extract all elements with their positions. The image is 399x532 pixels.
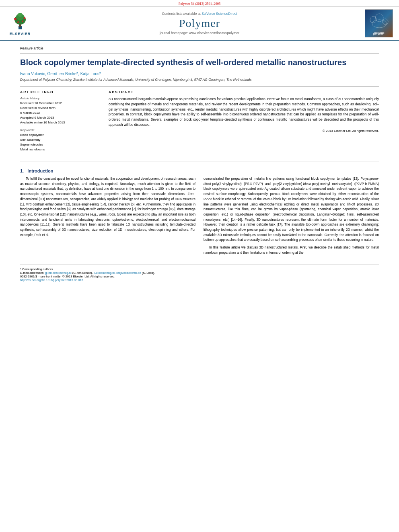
body-section: 1. Introduction To fulfill the constant …: [20, 168, 379, 258]
body-two-col: To fulfill the constant quest for novel …: [20, 177, 379, 258]
body-right-para-2: In this feature article we discuss 3D na…: [204, 245, 379, 255]
body-left-col: To fulfill the constant quest for novel …: [20, 177, 195, 258]
abstract-col: ABSTRACT 3D nanostructured inorganic mat…: [109, 90, 379, 155]
issn-line: 0032-3861/$ – see front matter © 2013 El…: [20, 275, 379, 278]
history-received-revised: Received in revised form: [20, 106, 101, 111]
svg-text:polymer: polymer: [374, 31, 385, 35]
abstract-text: 3D nanostructured inorganic materials ap…: [109, 97, 379, 127]
elsevier-tree-icon: [9, 11, 31, 31]
history-label: Article history:: [20, 97, 101, 100]
journal-homepage: journal homepage: www.elsevier.com/locat…: [160, 31, 239, 35]
svg-point-5: [14, 18, 16, 20]
email1-name: (G. ten Brinke),: [72, 271, 93, 275]
sciverse-line: Contents lists available at SciVerse Sci…: [162, 12, 237, 16]
history-revised-date: 5 March 2013: [20, 111, 101, 115]
polymer-cover-svg: polymer: [365, 10, 393, 37]
journal-citation-header: Polymer 54 (2013) 2591–2605: [0, 0, 399, 7]
journal-header: ELSEVIER Contents lists available at Sci…: [0, 7, 399, 41]
body-top-divider: [20, 162, 379, 162]
email2-name: (K. Loos).: [142, 271, 155, 275]
copyright-line: © 2013 Elsevier Ltd. All rights reserved…: [109, 129, 379, 133]
keywords-block: Keywords: Block copolymer Self-assembly …: [20, 128, 101, 152]
keywords-label: Keywords:: [20, 128, 101, 132]
polymer-cover-image: polymer: [365, 9, 393, 37]
abstract-label: ABSTRACT: [109, 90, 379, 94]
keyword-2: Self-assembly: [20, 138, 101, 142]
keyword-4: Metal nanofoams: [20, 147, 101, 152]
sciverse-text: Contents lists available at: [162, 12, 202, 16]
body-right-col: demonstrated the preparation of metallic…: [204, 177, 379, 258]
authors-text: Ivana Vukovic, Gerrit ten Brinke*, Katja…: [20, 72, 101, 76]
history-available: Available online 16 March 2013: [20, 120, 101, 125]
info-abstract-row: ARTICLE INFO Article history: Received 1…: [20, 90, 379, 155]
sciverse-link[interactable]: SciVerse ScienceDirect: [202, 12, 237, 16]
title-top-divider: [20, 53, 379, 54]
body-left-para: To fulfill the constant quest for novel …: [20, 177, 195, 238]
section-title: Introduction: [27, 168, 53, 173]
journal-name: Polymer: [179, 17, 220, 30]
email2-link[interactable]: k.u.loos@rug.nl, katjaloos@web.de: [94, 271, 141, 275]
section-number: 1.: [20, 168, 24, 173]
svg-point-6: [23, 17, 25, 19]
keyword-3: Supramolecules: [20, 142, 101, 147]
main-content: Feature article Block copolymer template…: [0, 41, 399, 290]
section-heading: 1. Introduction: [20, 168, 379, 173]
history-received: Received 18 December 2012: [20, 101, 101, 106]
journal-center-info: Contents lists available at SciVerse Sci…: [40, 9, 359, 37]
article-info-col: ARTICLE INFO Article history: Received 1…: [20, 90, 101, 155]
affiliation-text: Department of Polymer Chemistry, Zernike…: [20, 78, 379, 82]
article-title: Block copolymer template-directed synthe…: [20, 57, 379, 68]
email-label: E-mail addresses:: [20, 271, 44, 275]
history-accepted: Accepted 6 March 2013: [20, 115, 101, 120]
article-info-label: ARTICLE INFO: [20, 90, 101, 94]
email1-link[interactable]: g.ten.brinke@rug.nl: [45, 271, 72, 275]
authors-line: Ivana Vukovic, Gerrit ten Brinke*, Katja…: [20, 72, 379, 76]
footnote-section: * Corresponding authors. E-mail addresse…: [20, 265, 379, 282]
svg-point-8: [22, 21, 23, 22]
svg-point-7: [17, 21, 19, 23]
elsevier-label-text: ELSEVIER: [10, 32, 31, 36]
article-history-block: Article history: Received 18 December 20…: [20, 97, 101, 125]
journal-citation-text: Polymer 54 (2013) 2591–2605: [179, 2, 221, 6]
corresponding-note: * Corresponding authors.: [20, 267, 379, 271]
elsevier-logo: ELSEVIER: [4, 9, 36, 37]
doi-link[interactable]: http://dx.doi.org/10.1016/j.polymer.2013…: [20, 278, 379, 282]
body-right-para-1: demonstrated the preparation of metallic…: [204, 177, 379, 243]
email-line: E-mail addresses: g.ten.brinke@rug.nl (G…: [20, 271, 379, 275]
feature-article-label: Feature article: [20, 46, 379, 50]
polymer-thumbnail-box: polymer: [363, 9, 395, 37]
info-abstract-divider: [20, 86, 379, 87]
keyword-1: Block copolymer: [20, 133, 101, 138]
svg-point-4: [18, 13, 23, 17]
